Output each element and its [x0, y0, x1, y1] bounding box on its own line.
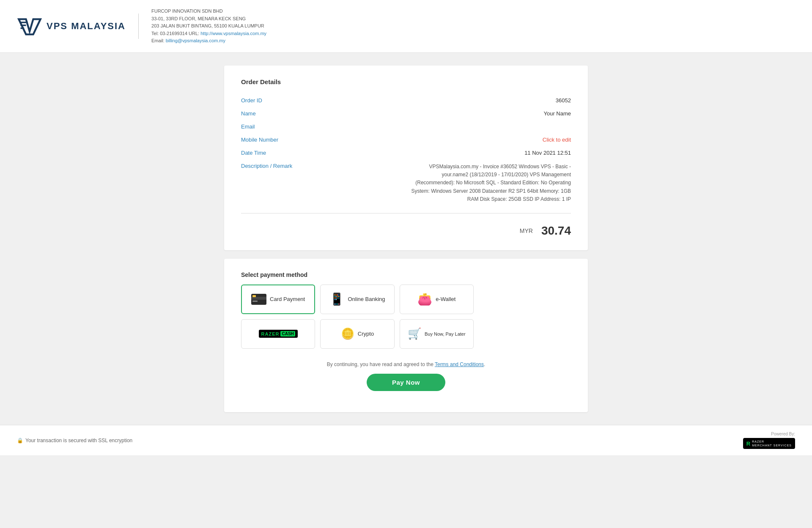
order-name-value: Your Name — [543, 110, 571, 117]
total-row: MYR 30.74 — [241, 220, 571, 238]
order-mobile-label: Mobile Number — [241, 137, 309, 143]
logo-text: VPS MALAYSIA — [47, 21, 126, 32]
order-description-value: VPSMalaysia.com.my - Invoice #36052 Wind… — [402, 163, 571, 203]
payment-option-ewallet[interactable]: 👛 e-Wallet — [400, 285, 474, 314]
order-mobile-value[interactable]: Click to edit — [543, 137, 571, 143]
pay-now-container: Pay Now — [241, 374, 571, 391]
company-url-link[interactable]: http://www.vpsmalaysia.com.my — [200, 31, 266, 36]
order-id-value: 36052 — [556, 97, 571, 104]
main-content: Order Details Order ID 36052 Name Your N… — [216, 66, 596, 412]
lock-icon: 🔒 — [17, 438, 23, 443]
pay-now-button[interactable]: Pay Now — [367, 374, 445, 391]
order-row-description: Description / Remark VPSMalaysia.com.my … — [241, 159, 571, 207]
logo-container: VPS MALAYSIA — [17, 16, 126, 37]
razer-merchant-icon: R — [746, 440, 750, 447]
razer-cash-badge: RAZER CASH — [259, 330, 298, 338]
order-row-id: Order ID 36052 — [241, 94, 571, 107]
order-details-card: Order Details Order ID 36052 Name Your N… — [224, 66, 588, 250]
bnpl-label: Buy Now, Pay Later — [425, 331, 466, 336]
vps-logo-icon — [17, 16, 42, 37]
razer-merchant-text: RAZERMERCHANT SERVICES — [752, 440, 792, 447]
order-name-label: Name — [241, 110, 309, 117]
crypto-label: Crypto — [358, 331, 374, 337]
footer-powered: Powered By: R RAZERMERCHANT SERVICES — [743, 432, 795, 449]
footer-security: 🔒 Your transaction is secured with SSL e… — [17, 438, 132, 443]
bnpl-icon: 🛒 — [408, 327, 421, 340]
order-row-datetime: Date Time 11 Nov 2021 12:51 — [241, 146, 571, 159]
payment-option-card[interactable]: Card Payment — [241, 285, 315, 314]
card-payment-icon — [251, 294, 266, 305]
order-row-mobile: Mobile Number Click to edit — [241, 133, 571, 146]
online-banking-label: Online Banking — [348, 296, 385, 302]
payment-grid: Card Payment 📱 Online Banking 👛 e-Wallet… — [241, 285, 474, 349]
footer: 🔒 Your transaction is secured with SSL e… — [0, 425, 812, 455]
header-divider — [138, 14, 139, 39]
payment-option-razercash[interactable]: RAZER CASH — [241, 319, 315, 349]
razer-merchant-badge: R RAZERMERCHANT SERVICES — [743, 438, 795, 449]
online-banking-icon: 📱 — [329, 292, 344, 306]
svg-rect-5 — [251, 297, 266, 300]
ewallet-icon: 👛 — [417, 292, 432, 306]
card-payment-label: Card Payment — [270, 296, 305, 302]
company-info: FURCOP INNOVATION SDN BHD 33-01, 33RD FL… — [151, 8, 266, 45]
company-tel: Tel: 03-21699314 URL: http://www.vpsmala… — [151, 30, 266, 38]
order-row-email: Email — [241, 120, 571, 133]
svg-marker-0 — [19, 19, 40, 34]
order-details-title: Order Details — [241, 78, 571, 85]
terms-text: By continuing, you have read and agreed … — [327, 361, 433, 367]
company-address-2: 203 JALAN BUKIT BINTANG, 55100 KUALA LUM… — [151, 22, 266, 30]
payment-card: Select payment method Card Payment 📱 Onl… — [224, 259, 588, 412]
payment-title: Select payment method — [241, 271, 571, 278]
payment-option-bnpl[interactable]: 🛒 Buy Now, Pay Later — [400, 319, 474, 349]
svg-rect-7 — [252, 295, 256, 297]
svg-rect-6 — [252, 301, 258, 302]
payment-option-banking[interactable]: 📱 Online Banking — [320, 285, 394, 314]
svg-rect-2 — [21, 25, 26, 26]
header: VPS MALAYSIA FURCOP INNOVATION SDN BHD 3… — [0, 0, 812, 53]
crypto-icon: 🪙 — [341, 327, 354, 340]
order-email-label: Email — [241, 123, 309, 130]
terms-section: By continuing, you have read and agreed … — [241, 361, 571, 367]
total-currency: MYR — [520, 227, 533, 234]
company-name: FURCOP INNOVATION SDN BHD — [151, 8, 266, 15]
order-id-label: Order ID — [241, 97, 309, 104]
order-datetime-value: 11 Nov 2021 12:51 — [524, 150, 571, 156]
security-text: Your transaction is secured with SSL enc… — [25, 438, 132, 443]
order-description-label: Description / Remark — [241, 163, 309, 169]
ewallet-label: e-Wallet — [436, 296, 455, 302]
razer-text: RAZER — [261, 331, 280, 336]
svg-rect-1 — [21, 22, 28, 23]
powered-by-text: Powered By: — [771, 432, 795, 436]
terms-link[interactable]: Terms and Conditions — [435, 361, 484, 367]
cash-text: CASH — [280, 331, 295, 336]
payment-option-crypto[interactable]: 🪙 Crypto — [320, 319, 394, 349]
company-email: Email: billing@vpsmalaysia.com.my — [151, 37, 266, 45]
svg-rect-3 — [21, 27, 25, 29]
order-row-name: Name Your Name — [241, 107, 571, 120]
company-address-1: 33-01, 33RD FLOOR, MENARA KECK SENG — [151, 15, 266, 23]
total-amount: 30.74 — [541, 224, 571, 238]
order-datetime-label: Date Time — [241, 150, 309, 156]
total-divider — [241, 213, 571, 213]
company-email-link[interactable]: billing@vpsmalaysia.com.my — [166, 38, 225, 43]
